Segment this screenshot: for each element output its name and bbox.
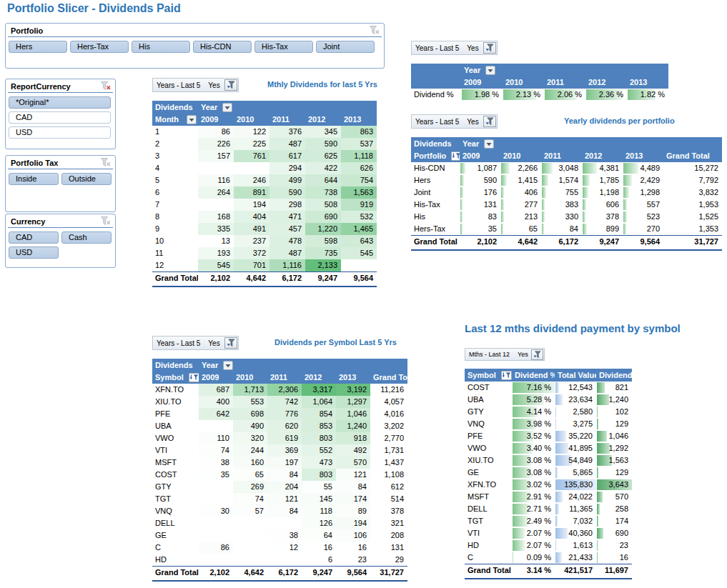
value-cell: 626 (341, 162, 377, 174)
slicer-button-outside[interactable]: Outside (61, 173, 112, 185)
value-cell: 690 (305, 211, 341, 223)
column-header: 2013 (627, 76, 668, 89)
value-text: 4,016 (384, 409, 404, 418)
year-dropdown-icon[interactable] (223, 361, 233, 370)
data-bar (623, 224, 626, 234)
filter-dropdown-button[interactable] (224, 337, 237, 349)
value-text: 3.40 % (527, 444, 551, 452)
value-text: 1,046 (608, 432, 628, 440)
year-dropdown-icon[interactable] (485, 66, 495, 75)
slicer-button-inside[interactable]: Inside (9, 173, 59, 185)
table-row: PFE6426987768541,0464,016 (152, 408, 407, 420)
value-text: 617 (289, 151, 302, 160)
column-header: 2010 (233, 372, 267, 384)
grand-total-row: Grand Total3.14 %421,51711,697 (465, 564, 632, 579)
row-dim-dropdown-icon[interactable] (187, 115, 197, 124)
slicer-button-usd[interactable]: USD (9, 126, 111, 139)
value-text: 23,634 (568, 395, 593, 404)
year-dropdown-icon[interactable] (484, 139, 494, 149)
value-cell: 4,642 (234, 272, 269, 286)
portfolio-slicer: Portfolio HersHers-TaxHisHis-CDNHis-TaxJ… (5, 23, 385, 69)
slicer-button-his[interactable]: His (132, 41, 190, 53)
table-row: XFN.TO6871,7132,3063,3173,19211,216 (152, 384, 407, 396)
value-text: 620 (285, 422, 298, 430)
value-cell: 225 (234, 138, 269, 150)
year-dropdown-icon[interactable] (222, 103, 232, 112)
slicer-button-cad[interactable]: CAD (9, 231, 59, 244)
value-text: 1,118 (354, 151, 373, 160)
data-bar (555, 407, 556, 417)
value-cell: 1.98 % (461, 89, 503, 101)
table-row: GE3.08 %5,865129 (465, 467, 632, 479)
value-text: 1,525 (698, 212, 718, 221)
filter-dropdown-button[interactable] (483, 42, 496, 54)
value-text: 6 (328, 555, 332, 564)
slicer-button-his-tax[interactable]: His-Tax (254, 41, 313, 53)
value-text: 208 (391, 531, 404, 539)
slicer-button-cad[interactable]: CAD (9, 111, 111, 124)
value-text: 701 (253, 261, 266, 269)
row-label: 10 (152, 235, 198, 247)
value-cell: 1,198 (582, 186, 623, 199)
value-cell: 1,563 (341, 186, 377, 199)
row-label: VTI (152, 444, 199, 457)
data-bar (501, 187, 504, 198)
value-text: 2,306 (278, 385, 298, 394)
value-cell: 84 (267, 505, 302, 517)
value-text: 899 (606, 224, 619, 233)
row-label: Joint (411, 186, 460, 199)
slicer-button-hers[interactable]: Hers (9, 41, 67, 53)
value-cell: 57 (233, 505, 267, 517)
slicer-button-his-cdn[interactable]: His-CDN (193, 41, 252, 53)
filter-dropdown-button[interactable] (483, 116, 496, 127)
sort-filter-icon[interactable] (189, 373, 199, 382)
row-label: XIU.TO (152, 396, 199, 408)
slicer-button-usd[interactable]: USD (9, 246, 59, 259)
data-bar (542, 224, 544, 234)
years-last5-filter-portfolio[interactable]: Years - Last 5 Yes (411, 114, 498, 129)
clear-filter-icon[interactable] (101, 158, 111, 167)
years-last5-filter-dividend-pct[interactable]: Years - Last 5 Yes (411, 41, 498, 55)
data-bar (623, 175, 632, 186)
last12-by-symbol-table: SymbolDividend %Total ValueDividendsCOST… (465, 369, 632, 579)
slicer-button--original-[interactable]: *Original* (9, 96, 111, 109)
value-text: 1,563 (353, 188, 373, 196)
row-label: 1 (152, 126, 198, 138)
sort-filter-icon[interactable] (451, 151, 460, 161)
value-cell: 612 (370, 481, 407, 493)
value-cell: 471 (269, 211, 305, 223)
row-label: PFE (152, 408, 199, 420)
clear-filter-icon[interactable] (101, 216, 111, 226)
clear-filter-icon[interactable] (101, 81, 111, 91)
years-last5-filter-symbol[interactable]: Years - Last 5 Yes (152, 336, 239, 350)
value-text: 194 (253, 200, 266, 209)
slicer-header: Currency (8, 214, 113, 228)
value-cell: 35 (199, 469, 233, 481)
header-row-dim-label: Month (152, 114, 198, 126)
page-title: Portfolio Slicer - Dividends Paid (7, 2, 181, 15)
mths-last12-filter[interactable]: Mths - Last 12 Yes (465, 348, 545, 361)
clear-filter-icon[interactable] (370, 26, 380, 35)
value-text: 35 (221, 470, 229, 479)
value-cell: 473 (302, 457, 336, 469)
row-label: Dividend % (411, 89, 461, 101)
years-last5-filter-monthly[interactable]: Years - Last 5 Yes (152, 78, 239, 92)
section-title-portfolio: Yearly dividends per portfolio (564, 116, 675, 125)
value-cell: 1,046 (596, 430, 632, 442)
filter-dropdown-button[interactable] (224, 79, 237, 91)
value-cell: 9,564 (341, 272, 377, 286)
sort-filter-icon[interactable] (501, 371, 512, 380)
value-cell: 13 (198, 235, 234, 247)
row-label: Hers-Tax (411, 223, 460, 235)
table-row: His-CDN1,0872,2663,0484,3814,48915,272 (411, 162, 722, 174)
value-cell: 570 (336, 457, 370, 469)
value-text: 3.98 % (527, 419, 551, 428)
slicer-button-joint[interactable]: Joint (316, 41, 375, 53)
value-cell: 3.40 % (512, 442, 555, 454)
data-bar (597, 431, 607, 442)
value-text: 406 (525, 188, 538, 196)
slicer-button-cash[interactable]: Cash (61, 231, 112, 244)
slicer-button-hers-tax[interactable]: Hers-Tax (70, 41, 129, 53)
filter-dropdown-button[interactable] (531, 349, 543, 360)
value-cell: 1,953 (663, 199, 722, 211)
